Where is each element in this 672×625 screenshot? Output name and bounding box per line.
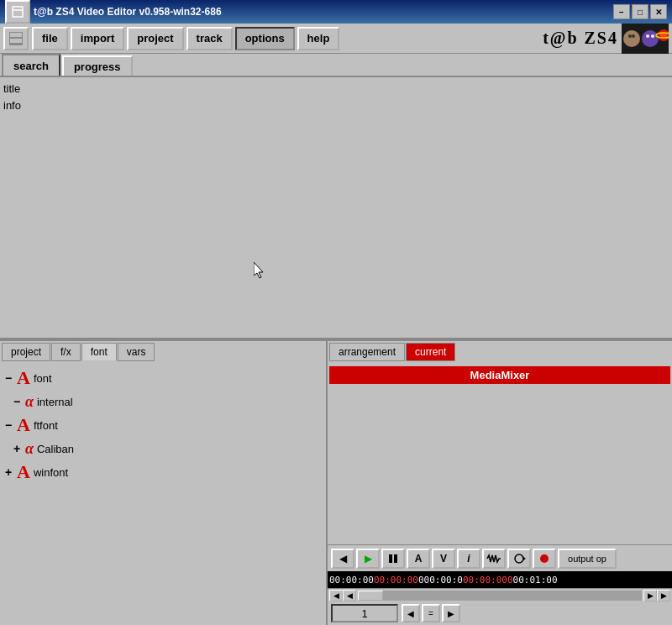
menu-project[interactable]: project [127, 27, 183, 50]
timecode-4: 00:00:0 [424, 575, 463, 586]
scroll-thumb[interactable] [358, 591, 383, 601]
timecode-2: 00:00:00 [374, 575, 418, 586]
window-title: t@b ZS4 Video Editor v0.958-win32-686 [34, 6, 613, 18]
timecode-1: 00:00:00 [329, 575, 374, 586]
left-tab-font[interactable]: font [81, 343, 117, 361]
window-controls: − □ ✕ [613, 4, 667, 19]
timecode-6: 0 [513, 575, 519, 586]
scroll-track[interactable] [358, 591, 642, 601]
transport-stop[interactable] [381, 549, 405, 569]
collapse-icon[interactable]: − [5, 418, 13, 432]
svg-rect-0 [13, 7, 23, 17]
transport-wave[interactable] [482, 549, 506, 569]
position-display: 1 [331, 604, 398, 622]
font-icon-A: A [17, 369, 30, 387]
font-icon-a: α [25, 394, 34, 409]
timecode-7: 0:01:0 [518, 575, 552, 586]
mouse-cursor [254, 262, 267, 279]
window-icon[interactable] [5, 0, 30, 24]
svg-marker-19 [523, 557, 526, 560]
svg-point-6 [623, 30, 640, 47]
menu-file[interactable]: file [32, 27, 68, 50]
transport-A[interactable]: A [407, 549, 430, 569]
menu-help[interactable]: help [297, 27, 340, 50]
expand-icon2[interactable]: + [5, 465, 13, 479]
font-icon-a2: α [25, 441, 34, 456]
pos-prev-btn[interactable]: ◀ [402, 604, 420, 622]
menu-bar: file import project track options help t… [0, 24, 672, 54]
tab-progress[interactable]: progress [62, 55, 133, 76]
collapse-icon[interactable]: − [13, 395, 22, 408]
scroll-left-btn[interactable]: ◀ [329, 590, 343, 601]
list-item: + α Caliban [5, 437, 321, 460]
scroll-right2-btn[interactable]: ▶ [657, 590, 670, 601]
svg-point-7 [628, 34, 632, 38]
svg-marker-15 [254, 262, 263, 278]
right-tab-current[interactable]: current [406, 343, 455, 361]
svg-rect-4 [10, 39, 22, 43]
timecode-bar: 00:00:00 00:00:00 0 00:00:0 00:00:000 0 … [328, 571, 672, 588]
maximize-button[interactable]: □ [632, 4, 648, 19]
list-item: − α internal [5, 390, 321, 413]
output-op-button[interactable]: output op [558, 549, 617, 569]
left-tab-project[interactable]: project [2, 343, 50, 361]
left-tab-fx[interactable]: f/x [51, 343, 81, 361]
scroll-bar: ◀ ◀ ▶ ▶ [328, 588, 672, 601]
tab-search[interactable]: search [2, 54, 60, 76]
svg-point-10 [646, 34, 649, 38]
font-name-font: font [34, 372, 52, 385]
svg-point-18 [515, 554, 523, 563]
font-name-winfont: winfont [34, 466, 68, 479]
media-mixer-label: MediaMixer [329, 366, 670, 384]
left-section: project f/x font vars − A font − α inter… [0, 341, 328, 625]
transport-record[interactable] [533, 549, 556, 569]
font-icon-A2: A [17, 416, 30, 434]
font-icon-A3: A [17, 463, 30, 481]
logo-text: t@b ZS4 [543, 29, 618, 48]
pos-next-btn[interactable]: ▶ [442, 604, 460, 622]
timecode-3: 0 [418, 575, 424, 586]
logo-area: t@b ZS4 [543, 24, 669, 54]
expand-icon[interactable]: + [13, 442, 22, 455]
menu-import[interactable]: import [71, 27, 124, 50]
scroll-right-btn[interactable]: ▶ [643, 590, 657, 601]
svg-point-20 [540, 554, 549, 563]
app-icon[interactable] [3, 27, 29, 50]
position-bar: 1 ◀ = ▶ [328, 601, 672, 625]
svg-point-9 [642, 30, 659, 47]
right-tab-arrangement[interactable]: arrangement [329, 343, 405, 361]
transport-loop[interactable] [507, 549, 531, 569]
left-tab-vars[interactable]: vars [118, 343, 155, 361]
menu-options[interactable]: options [235, 27, 295, 50]
font-name-caliban: Caliban [37, 443, 74, 455]
collapse-icon[interactable]: − [5, 371, 13, 385]
svg-rect-17 [394, 554, 397, 563]
svg-point-11 [651, 34, 654, 38]
info-label: info [3, 97, 669, 114]
right-content: MediaMixer [328, 363, 672, 544]
svg-point-8 [632, 34, 635, 38]
title-bar: t@b ZS4 Video Editor v0.958-win32-686 − … [0, 0, 672, 24]
font-name-ftfont: ftfont [34, 419, 58, 432]
list-item: − A ftfont [5, 413, 321, 437]
position-value: 1 [361, 607, 367, 620]
transport-play[interactable]: ▶ [356, 549, 380, 569]
pos-eq-btn[interactable]: = [422, 604, 440, 622]
left-tab-bar: project f/x font vars [0, 341, 326, 363]
svg-rect-3 [10, 33, 22, 37]
close-button[interactable]: ✕ [650, 4, 667, 19]
minimize-button[interactable]: − [613, 4, 630, 19]
transport-V[interactable]: V [432, 549, 455, 569]
scroll-left2-btn[interactable]: ◀ [343, 590, 356, 601]
transport-info[interactable]: i [457, 549, 480, 569]
right-section: arrangement current MediaMixer ◀ ▶ A V i [328, 341, 672, 625]
title-label: title [3, 81, 669, 97]
list-item: − A font [5, 366, 321, 390]
svg-rect-16 [389, 554, 392, 563]
transport-rewind[interactable]: ◀ [331, 549, 354, 569]
menu-track[interactable]: track [186, 27, 233, 50]
transport-bar: ◀ ▶ A V i [328, 544, 672, 571]
split-panel: project f/x font vars − A font − α inter… [0, 341, 672, 625]
list-item: + A winfont [5, 460, 321, 484]
tab-bar: search progress [0, 54, 672, 77]
